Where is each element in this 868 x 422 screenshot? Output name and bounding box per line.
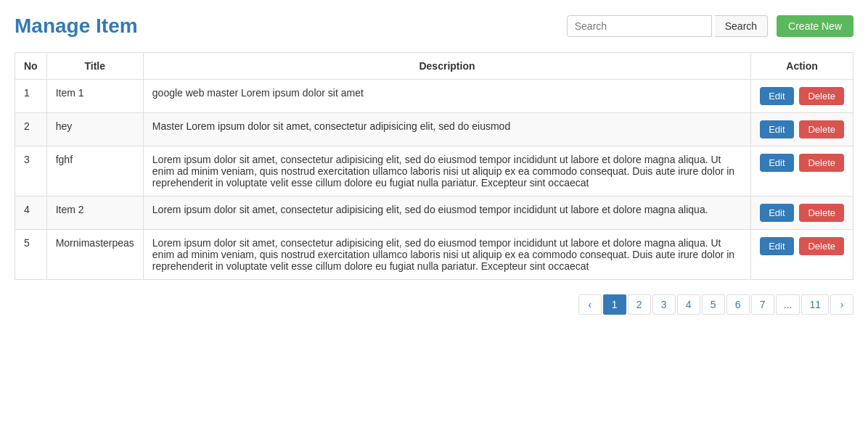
pagination-ellipsis: ... [776, 294, 801, 315]
pagination-page-3[interactable]: 3 [652, 294, 676, 315]
cell-action: Edit Delete [751, 196, 853, 230]
col-header-description: Description [143, 53, 750, 80]
pagination-page-2[interactable]: 2 [628, 294, 651, 315]
cell-description: Lorem ipsum dolor sit amet, consectetur … [143, 146, 750, 196]
pagination-page-6[interactable]: 6 [726, 294, 750, 315]
cell-action: Edit Delete [751, 146, 853, 196]
delete-button[interactable]: Delete [799, 87, 844, 105]
edit-button[interactable]: Edit [760, 237, 793, 255]
edit-button[interactable]: Edit [760, 120, 793, 138]
cell-title: Item 1 [46, 80, 143, 113]
pagination-prev[interactable]: ‹ [578, 294, 602, 315]
cell-action: Edit Delete [751, 113, 853, 146]
pagination-page-5[interactable]: 5 [702, 294, 725, 315]
col-header-no: No [15, 53, 47, 80]
create-new-button[interactable]: Create New [777, 15, 853, 37]
cell-no: 3 [15, 146, 47, 196]
edit-button[interactable]: Edit [760, 204, 793, 222]
delete-button[interactable]: Delete [799, 204, 844, 222]
cell-description: Master Lorem ipsum dolor sit amet, conse… [143, 113, 750, 146]
cell-no: 4 [15, 196, 47, 230]
pagination-page-4[interactable]: 4 [677, 294, 700, 315]
pagination-page-1[interactable]: 1 [603, 294, 626, 315]
edit-button[interactable]: Edit [760, 87, 793, 105]
cell-no: 2 [15, 113, 47, 146]
cell-title: fghf [46, 146, 143, 196]
pagination-page-11[interactable]: 11 [801, 294, 829, 315]
pagination: ‹1234567...11› [15, 294, 853, 315]
table-row: 4 Item 2 Lorem ipsum dolor sit amet, con… [15, 196, 853, 230]
pagination-page-7[interactable]: 7 [751, 294, 774, 315]
table-header-row: No Title Description Action [15, 53, 853, 80]
table-row: 3 fghf Lorem ipsum dolor sit amet, conse… [15, 146, 853, 196]
page-title: Manage Item [15, 15, 138, 38]
cell-title: hey [46, 113, 143, 146]
table-row: 2 hey Master Lorem ipsum dolor sit amet,… [15, 113, 853, 146]
table-row: 1 Item 1 google web master Lorem ipsum d… [15, 80, 853, 113]
edit-button[interactable]: Edit [760, 154, 793, 172]
table-row: 5 Mornimasterpeas Lorem ipsum dolor sit … [15, 230, 853, 280]
cell-title: Item 2 [46, 196, 143, 230]
pagination-next[interactable]: › [830, 294, 853, 315]
header-controls: Search Create New [567, 15, 853, 37]
delete-button[interactable]: Delete [799, 120, 844, 138]
search-button[interactable]: Search [715, 15, 768, 37]
cell-no: 5 [15, 230, 47, 280]
items-table: No Title Description Action 1 Item 1 goo… [15, 52, 853, 280]
cell-title: Mornimasterpeas [46, 230, 143, 280]
page-header: Manage Item Search Create New [15, 15, 853, 38]
delete-button[interactable]: Delete [799, 237, 844, 255]
cell-description: google web master Lorem ipsum dolor sit … [143, 80, 750, 113]
col-header-title: Title [46, 53, 143, 80]
cell-description: Lorem ipsum dolor sit amet, consectetur … [143, 196, 750, 230]
cell-description: Lorem ipsum dolor sit amet, consectetur … [143, 230, 750, 280]
cell-no: 1 [15, 80, 47, 113]
col-header-action: Action [751, 53, 853, 80]
search-input[interactable] [567, 15, 712, 37]
delete-button[interactable]: Delete [799, 154, 844, 172]
cell-action: Edit Delete [751, 230, 853, 280]
cell-action: Edit Delete [751, 80, 853, 113]
